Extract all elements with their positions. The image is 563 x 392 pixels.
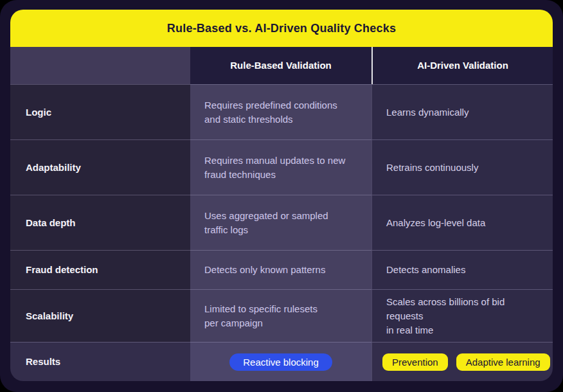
column-header-rule-based: Rule-Based Validation — [190, 47, 371, 84]
cell-logic-rule-based: Requires predefined conditions and stati… — [190, 84, 371, 139]
page-title: Rule-Based vs. AI-Driven Quality Checks — [167, 22, 396, 35]
cell-scalability-ai-driven: Scales across billions of bid requests i… — [371, 289, 553, 342]
comparison-table: Rule-Based Validation AI-Driven Validati… — [10, 47, 553, 381]
prevention-badge: Prevention — [382, 353, 448, 371]
cell-fraud-detection-rule-based: Detects only known patterns — [190, 250, 371, 289]
cell-fraud-detection-ai-driven: Detects anomalies — [371, 250, 553, 289]
reactive-blocking-badge: Reactive blocking — [229, 353, 332, 371]
column-header-ai-driven: AI-Driven Validation — [371, 47, 553, 84]
cell-results-ai-driven: Prevention Adaptive learning — [371, 342, 553, 381]
row-label-scalability: Scalability — [10, 289, 190, 342]
row-label-logic: Logic — [10, 84, 190, 139]
title-bar: Rule-Based vs. AI-Driven Quality Checks — [10, 10, 553, 47]
cell-data-depth-rule-based: Uses aggregated or sampled traffic logs — [190, 195, 371, 250]
cell-adaptability-ai-driven: Retrains continuously — [371, 139, 553, 195]
cell-scalability-rule-based: Limited to specific rulesets per campaig… — [190, 289, 371, 342]
cell-data-depth-ai-driven: Analyzes log-level data — [371, 195, 553, 250]
adaptive-learning-badge: Adaptive learning — [456, 353, 550, 371]
row-label-adaptability: Adaptability — [10, 139, 190, 195]
infographic-canvas: Rule-Based vs. AI-Driven Quality Checks … — [0, 0, 563, 392]
row-label-fraud-detection: Fraud detection — [10, 250, 190, 289]
comparison-card: Rule-Based vs. AI-Driven Quality Checks … — [10, 10, 553, 381]
cell-results-rule-based: Reactive blocking — [190, 342, 371, 381]
cell-logic-ai-driven: Learns dynamically — [371, 84, 553, 139]
header-corner-cell — [10, 47, 190, 84]
cell-adaptability-rule-based: Requires manual updates to new fraud tec… — [190, 139, 371, 195]
row-label-data-depth: Data depth — [10, 195, 190, 250]
row-label-results: Results — [10, 342, 190, 381]
